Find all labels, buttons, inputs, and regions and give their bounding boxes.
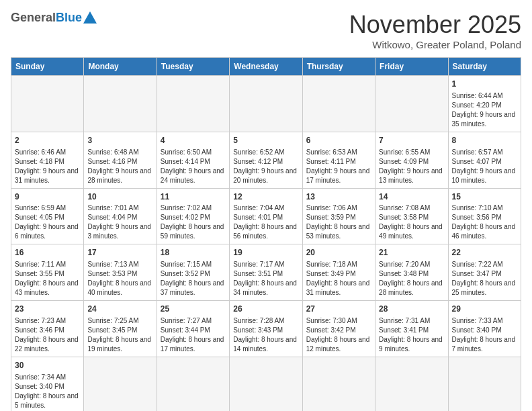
calendar-week-row: 9Sunrise: 6:59 AM Sunset: 4:05 PM Daylig…	[11, 188, 521, 244]
day-info: Sunrise: 6:48 AM Sunset: 4:16 PM Dayligh…	[87, 148, 152, 185]
day-number: 25	[161, 304, 226, 315]
calendar-cell	[375, 76, 448, 132]
calendar-cell: 7Sunrise: 6:55 AM Sunset: 4:09 PM Daylig…	[375, 132, 448, 188]
day-number: 10	[87, 191, 152, 203]
calendar-cell: 14Sunrise: 7:08 AM Sunset: 3:58 PM Dayli…	[375, 188, 448, 244]
calendar-cell: 10Sunrise: 7:01 AM Sunset: 4:04 PM Dayli…	[84, 188, 157, 244]
day-info: Sunrise: 7:23 AM Sunset: 3:46 PM Dayligh…	[15, 316, 80, 354]
day-info: Sunrise: 7:06 AM Sunset: 3:59 PM Dayligh…	[306, 203, 371, 241]
col-header-friday: Friday	[375, 58, 448, 76]
calendar-cell: 18Sunrise: 7:15 AM Sunset: 3:52 PM Dayli…	[157, 244, 229, 301]
day-number: 1	[452, 79, 517, 90]
calendar-cell: 13Sunrise: 7:06 AM Sunset: 3:59 PM Dayli…	[302, 188, 375, 244]
calendar-cell: 5Sunrise: 6:52 AM Sunset: 4:12 PM Daylig…	[230, 132, 302, 188]
calendar-table: SundayMondayTuesdayWednesdayThursdayFrid…	[11, 57, 521, 411]
day-number: 16	[15, 247, 80, 259]
day-number: 7	[379, 135, 444, 146]
day-number: 20	[306, 247, 371, 259]
calendar-cell	[302, 357, 375, 411]
calendar-cell: 3Sunrise: 6:48 AM Sunset: 4:16 PM Daylig…	[84, 132, 157, 188]
day-number: 21	[379, 247, 444, 259]
calendar-cell: 26Sunrise: 7:28 AM Sunset: 3:43 PM Dayli…	[230, 301, 302, 357]
day-info: Sunrise: 7:13 AM Sunset: 3:53 PM Dayligh…	[87, 260, 152, 298]
calendar-week-row: 1Sunrise: 6:44 AM Sunset: 4:20 PM Daylig…	[11, 76, 521, 132]
day-info: Sunrise: 6:57 AM Sunset: 4:07 PM Dayligh…	[452, 148, 517, 185]
calendar-cell: 20Sunrise: 7:18 AM Sunset: 3:49 PM Dayli…	[302, 244, 375, 301]
day-info: Sunrise: 7:34 AM Sunset: 3:40 PM Dayligh…	[15, 373, 80, 410]
calendar-cell	[11, 76, 84, 132]
calendar-week-row: 23Sunrise: 7:23 AM Sunset: 3:46 PM Dayli…	[11, 301, 521, 357]
calendar-cell: 4Sunrise: 6:50 AM Sunset: 4:14 PM Daylig…	[157, 132, 229, 188]
logo-blue-text: Blue	[56, 11, 82, 25]
day-number: 29	[452, 304, 517, 315]
day-number: 13	[306, 191, 371, 203]
col-header-monday: Monday	[84, 58, 157, 76]
calendar-cell: 8Sunrise: 6:57 AM Sunset: 4:07 PM Daylig…	[448, 132, 521, 188]
day-info: Sunrise: 6:52 AM Sunset: 4:12 PM Dayligh…	[233, 148, 298, 185]
col-header-thursday: Thursday	[302, 58, 375, 76]
day-number: 11	[161, 191, 226, 203]
day-info: Sunrise: 7:30 AM Sunset: 3:42 PM Dayligh…	[306, 316, 371, 354]
calendar-cell: 1Sunrise: 6:44 AM Sunset: 4:20 PM Daylig…	[448, 76, 521, 132]
day-info: Sunrise: 7:11 AM Sunset: 3:55 PM Dayligh…	[15, 260, 80, 298]
day-info: Sunrise: 7:10 AM Sunset: 3:56 PM Dayligh…	[452, 203, 517, 241]
day-number: 4	[161, 135, 226, 146]
calendar-cell: 24Sunrise: 7:25 AM Sunset: 3:45 PM Dayli…	[84, 301, 157, 357]
page-header: General Blue November 2025 Witkowo, Grea…	[11, 11, 521, 50]
day-info: Sunrise: 7:22 AM Sunset: 3:47 PM Dayligh…	[452, 260, 517, 298]
calendar-cell: 28Sunrise: 7:31 AM Sunset: 3:41 PM Dayli…	[375, 301, 448, 357]
day-number: 8	[452, 135, 517, 146]
calendar-cell: 17Sunrise: 7:13 AM Sunset: 3:53 PM Dayli…	[84, 244, 157, 301]
day-number: 17	[87, 247, 152, 259]
calendar-week-row: 16Sunrise: 7:11 AM Sunset: 3:55 PM Dayli…	[11, 244, 521, 301]
day-info: Sunrise: 7:15 AM Sunset: 3:52 PM Dayligh…	[161, 260, 226, 298]
day-info: Sunrise: 7:33 AM Sunset: 3:40 PM Dayligh…	[452, 316, 517, 354]
calendar-cell	[230, 76, 302, 132]
day-info: Sunrise: 6:55 AM Sunset: 4:09 PM Dayligh…	[379, 148, 444, 185]
day-number: 15	[452, 191, 517, 203]
calendar-cell: 2Sunrise: 6:46 AM Sunset: 4:18 PM Daylig…	[11, 132, 84, 188]
day-number: 14	[379, 191, 444, 203]
month-year-title: November 2025	[349, 11, 521, 39]
day-info: Sunrise: 7:02 AM Sunset: 4:02 PM Dayligh…	[161, 203, 226, 241]
calendar-cell: 6Sunrise: 6:53 AM Sunset: 4:11 PM Daylig…	[302, 132, 375, 188]
day-number: 27	[306, 304, 371, 315]
title-block: November 2025 Witkowo, Greater Poland, P…	[349, 11, 521, 50]
day-info: Sunrise: 7:08 AM Sunset: 3:58 PM Dayligh…	[379, 203, 444, 241]
day-info: Sunrise: 6:50 AM Sunset: 4:14 PM Dayligh…	[161, 148, 226, 185]
day-info: Sunrise: 7:25 AM Sunset: 3:45 PM Dayligh…	[87, 316, 152, 354]
day-info: Sunrise: 6:46 AM Sunset: 4:18 PM Dayligh…	[15, 148, 80, 185]
calendar-cell	[375, 357, 448, 411]
day-info: Sunrise: 7:20 AM Sunset: 3:48 PM Dayligh…	[379, 260, 444, 298]
calendar-cell	[84, 76, 157, 132]
day-number: 23	[15, 304, 80, 315]
col-header-wednesday: Wednesday	[230, 58, 302, 76]
day-info: Sunrise: 7:28 AM Sunset: 3:43 PM Dayligh…	[233, 316, 298, 354]
day-number: 19	[233, 247, 298, 259]
calendar-cell: 11Sunrise: 7:02 AM Sunset: 4:02 PM Dayli…	[157, 188, 229, 244]
calendar-cell: 27Sunrise: 7:30 AM Sunset: 3:42 PM Dayli…	[302, 301, 375, 357]
day-number: 22	[452, 247, 517, 259]
day-number: 12	[233, 191, 298, 203]
day-info: Sunrise: 7:01 AM Sunset: 4:04 PM Dayligh…	[87, 203, 152, 241]
col-header-tuesday: Tuesday	[157, 58, 229, 76]
day-number: 30	[15, 360, 80, 371]
calendar-cell: 30Sunrise: 7:34 AM Sunset: 3:40 PM Dayli…	[11, 357, 84, 411]
calendar-cell	[157, 357, 229, 411]
day-number: 3	[87, 135, 152, 146]
day-info: Sunrise: 6:53 AM Sunset: 4:11 PM Dayligh…	[306, 148, 371, 185]
day-number: 2	[15, 135, 80, 146]
day-info: Sunrise: 7:27 AM Sunset: 3:44 PM Dayligh…	[161, 316, 226, 354]
logo-triangle-icon	[83, 11, 97, 24]
day-number: 24	[87, 304, 152, 315]
day-info: Sunrise: 7:17 AM Sunset: 3:51 PM Dayligh…	[233, 260, 298, 298]
calendar-cell	[448, 357, 521, 411]
calendar-cell: 15Sunrise: 7:10 AM Sunset: 3:56 PM Dayli…	[448, 188, 521, 244]
calendar-cell	[84, 357, 157, 411]
calendar-week-row: 2Sunrise: 6:46 AM Sunset: 4:18 PM Daylig…	[11, 132, 521, 188]
calendar-cell: 9Sunrise: 6:59 AM Sunset: 4:05 PM Daylig…	[11, 188, 84, 244]
calendar-cell: 25Sunrise: 7:27 AM Sunset: 3:44 PM Dayli…	[157, 301, 229, 357]
calendar-cell	[230, 357, 302, 411]
calendar-cell: 29Sunrise: 7:33 AM Sunset: 3:40 PM Dayli…	[448, 301, 521, 357]
day-number: 18	[161, 247, 226, 259]
